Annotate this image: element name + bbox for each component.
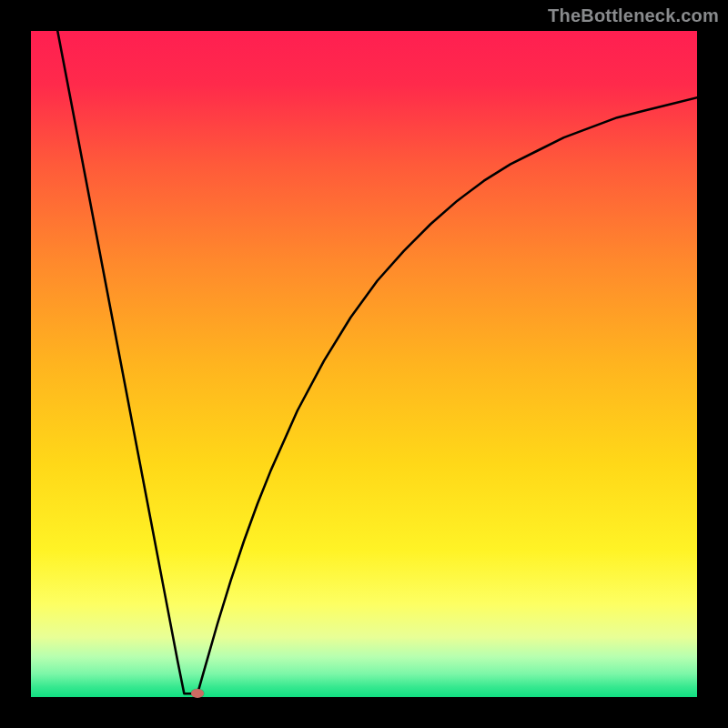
minimum-marker-dot — [191, 689, 204, 698]
svg-rect-0 — [31, 31, 697, 697]
watermark-text: TheBottleneck.com — [548, 5, 719, 26]
plot-area — [31, 31, 697, 697]
chart-stage: TheBottleneck.com — [0, 0, 728, 728]
background-gradient — [31, 31, 697, 697]
